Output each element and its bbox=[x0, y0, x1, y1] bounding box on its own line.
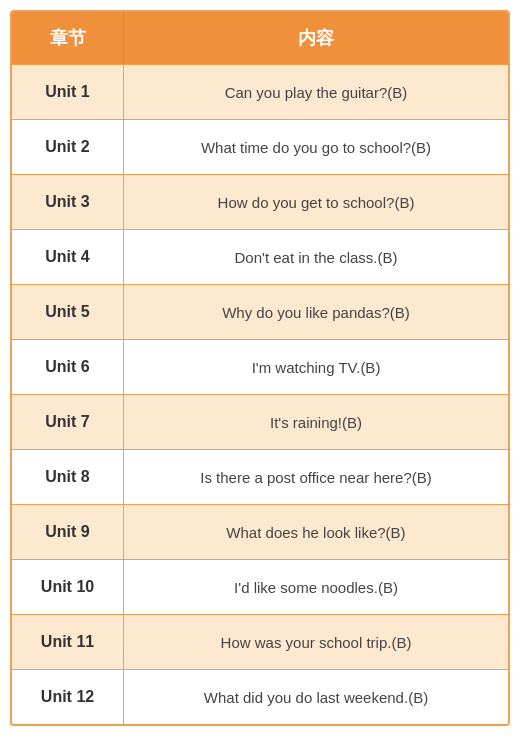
table-row: Unit 3How do you get to school?(B) bbox=[12, 174, 508, 229]
unit-cell: Unit 6 bbox=[12, 340, 124, 394]
table-row: Unit 1Can you play the guitar?(B) bbox=[12, 64, 508, 119]
content-cell: It's raining!(B) bbox=[124, 395, 508, 449]
unit-cell: Unit 11 bbox=[12, 615, 124, 669]
content-cell: What time do you go to school?(B) bbox=[124, 120, 508, 174]
unit-cell: Unit 10 bbox=[12, 560, 124, 614]
content-cell: Why do you like pandas?(B) bbox=[124, 285, 508, 339]
unit-cell: Unit 1 bbox=[12, 65, 124, 119]
content-cell: Is there a post office near here?(B) bbox=[124, 450, 508, 504]
main-table: 章节 内容 Unit 1Can you play the guitar?(B)U… bbox=[10, 10, 510, 726]
table-row: Unit 8Is there a post office near here?(… bbox=[12, 449, 508, 504]
content-cell: I'm watching TV.(B) bbox=[124, 340, 508, 394]
table-row: Unit 5Why do you like pandas?(B) bbox=[12, 284, 508, 339]
unit-cell: Unit 8 bbox=[12, 450, 124, 504]
header-unit: 章节 bbox=[12, 12, 124, 64]
table-row: Unit 10I'd like some noodles.(B) bbox=[12, 559, 508, 614]
table-row: Unit 11How was your school trip.(B) bbox=[12, 614, 508, 669]
table-row: Unit 7It's raining!(B) bbox=[12, 394, 508, 449]
table-row: Unit 2What time do you go to school?(B) bbox=[12, 119, 508, 174]
table-row: Unit 6I'm watching TV.(B) bbox=[12, 339, 508, 394]
table-row: Unit 4Don't eat in the class.(B) bbox=[12, 229, 508, 284]
content-cell: What does he look like?(B) bbox=[124, 505, 508, 559]
table-header: 章节 内容 bbox=[12, 12, 508, 64]
table-body: Unit 1Can you play the guitar?(B)Unit 2W… bbox=[12, 64, 508, 724]
content-cell: What did you do last weekend.(B) bbox=[124, 670, 508, 724]
unit-cell: Unit 4 bbox=[12, 230, 124, 284]
content-cell: How was your school trip.(B) bbox=[124, 615, 508, 669]
content-cell: Don't eat in the class.(B) bbox=[124, 230, 508, 284]
content-cell: Can you play the guitar?(B) bbox=[124, 65, 508, 119]
unit-cell: Unit 7 bbox=[12, 395, 124, 449]
table-row: Unit 12What did you do last weekend.(B) bbox=[12, 669, 508, 724]
unit-cell: Unit 12 bbox=[12, 670, 124, 724]
unit-cell: Unit 3 bbox=[12, 175, 124, 229]
unit-cell: Unit 2 bbox=[12, 120, 124, 174]
unit-cell: Unit 9 bbox=[12, 505, 124, 559]
table-row: Unit 9What does he look like?(B) bbox=[12, 504, 508, 559]
header-content: 内容 bbox=[124, 12, 508, 64]
content-cell: I'd like some noodles.(B) bbox=[124, 560, 508, 614]
unit-cell: Unit 5 bbox=[12, 285, 124, 339]
content-cell: How do you get to school?(B) bbox=[124, 175, 508, 229]
